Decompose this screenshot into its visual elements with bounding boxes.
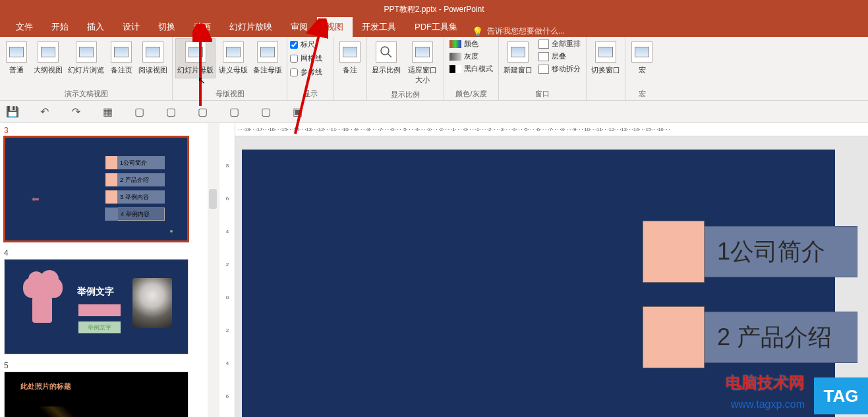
outline-view-button[interactable]: 大纲视图 — [32, 38, 65, 78]
tab-insert[interactable]: 插入 — [78, 17, 113, 37]
color-icon — [449, 40, 461, 48]
slide-square-2[interactable] — [643, 306, 705, 368]
move-split-icon — [538, 65, 549, 74]
slide-square-1[interactable] — [643, 221, 705, 283]
move-split-button[interactable]: 移动拆分 — [536, 63, 583, 74]
tab-review[interactable]: 审阅 — [281, 17, 317, 37]
thumb4-shape — [23, 278, 63, 323]
new-window-button[interactable]: 新建窗口 — [502, 38, 535, 78]
save-icon[interactable]: 💾 — [7, 106, 18, 118]
thumbnail-3[interactable]: ⬅ 1公司简介 2 产品介绍 3 举例内容 4 举例内容 — [4, 136, 188, 242]
qat-icon-10[interactable]: ▣ — [291, 106, 303, 118]
thumbnail-pane[interactable]: 3 ⬅ 1公司简介 2 产品介绍 3 举例内容 4 举例内容 4 举例文字 举例… — [0, 123, 208, 417]
group-switch-window: 切换窗口 — [587, 37, 625, 100]
thumb-number-4: 4 — [4, 248, 204, 258]
normal-view-button[interactable]: 普通 — [3, 38, 30, 78]
redo-icon[interactable]: ↷ — [70, 106, 82, 118]
qat-icon-5[interactable]: ▢ — [133, 106, 145, 118]
notes-master-button[interactable]: 备注母版 — [251, 38, 284, 78]
thumbnail-4[interactable]: 举例文字 举例文字 — [4, 259, 188, 354]
group-label-macros: 宏 — [628, 88, 656, 100]
outline-view-icon — [38, 42, 59, 63]
thumb4-title: 举例文字 — [77, 286, 114, 298]
guides-checkbox[interactable]: 参考线 — [290, 66, 322, 78]
notes-page-icon — [111, 42, 132, 63]
reading-view-button[interactable]: 阅读视图 — [136, 38, 169, 78]
ribbon: 普通 大纲视图 幻灯片浏览 备注页 阅读视图 演示文稿视图 幻灯片母版 讲义母版… — [0, 37, 868, 101]
thumb5-title: 此处照片的标题 — [20, 381, 71, 391]
slide-master-button[interactable]: 幻灯片母版 — [175, 38, 216, 78]
group-label-color: 颜色/灰度 — [447, 88, 496, 100]
group-show: 标尺 网格线 参考线 显示 — [287, 37, 333, 100]
tab-file[interactable]: 文件 — [7, 17, 42, 37]
slide-bar-2[interactable]: 2 产品介绍 — [690, 312, 857, 363]
thumbnail-5[interactable]: 此处照片的标题 — [4, 372, 188, 417]
slide-shape-row-1[interactable]: 1公司简介 — [643, 221, 857, 283]
watermark-text-2: www.tagxp.com — [731, 399, 805, 410]
fit-window-button[interactable]: 适应窗口大小 — [404, 38, 441, 88]
switch-window-icon — [595, 42, 616, 63]
slide-sorter-icon — [76, 42, 97, 63]
arrange-all-icon — [538, 40, 549, 49]
tab-view[interactable]: 视图 — [317, 17, 353, 37]
tell-me[interactable]: 💡 告诉我您想要做什么... — [467, 26, 570, 37]
zoom-icon — [376, 42, 397, 63]
cascade-button[interactable]: 层叠 — [536, 51, 583, 62]
group-zoom: 显示比例 适应窗口大小 显示比例 — [367, 37, 444, 100]
handout-master-icon — [223, 42, 244, 63]
qat-icon-9[interactable]: ▢ — [260, 106, 272, 118]
notes-icon — [339, 42, 361, 63]
group-window: 新建窗口 全部重排 层叠 移动拆分 窗口 — [499, 37, 587, 100]
color-button[interactable]: 颜色 — [447, 38, 496, 49]
qat-icon-7[interactable]: ▢ — [196, 106, 208, 118]
tab-animations[interactable]: 动画 — [185, 17, 220, 37]
ruler-checkbox[interactable]: 标尺 — [290, 38, 322, 51]
thumb3-arrow-icon: ⬅ — [32, 194, 40, 204]
normal-view-icon — [6, 42, 27, 63]
app-title: PPT教程2.pptx - PowerPoint — [384, 4, 484, 15]
vertical-ruler: 8 6 4 2 0 2 4 6 — [219, 123, 235, 417]
thumbnail-4-wrap[interactable]: 4 举例文字 举例文字 — [4, 248, 204, 354]
group-label-show: 显示 — [290, 88, 330, 100]
notes-master-icon — [257, 42, 278, 63]
splitter-grip-icon[interactable] — [209, 189, 217, 209]
watermark-text-1: 电脑技术网 — [726, 372, 805, 393]
tab-home[interactable]: 开始 — [42, 17, 78, 37]
thumb4-bar1 — [78, 304, 121, 316]
grayscale-button[interactable]: 灰度 — [447, 51, 496, 62]
blackwhite-button[interactable]: 黑白模式 — [447, 63, 496, 74]
gridlines-checkbox[interactable]: 网格线 — [290, 52, 322, 65]
qat-icon-8[interactable]: ▢ — [228, 106, 240, 118]
group-label-zoom: 显示比例 — [370, 88, 441, 101]
ribbon-tabs: 文件 开始 插入 设计 切换 动画 幻灯片放映 审阅 视图 开发工具 PDF工具… — [0, 18, 868, 37]
thumbnail-3-wrap[interactable]: 3 ⬅ 1公司简介 2 产品介绍 3 举例内容 4 举例内容 — [4, 126, 204, 242]
group-notes: 备注 — [333, 37, 367, 100]
tab-pdf[interactable]: PDF工具集 — [405, 17, 467, 37]
arrange-all-button[interactable]: 全部重排 — [536, 38, 583, 49]
undo-icon[interactable]: ↶ — [38, 106, 50, 118]
zoom-button[interactable]: 显示比例 — [370, 38, 403, 78]
slide-shape-row-2[interactable]: 2 产品介绍 — [643, 306, 857, 368]
group-label-master-views: 母版视图 — [175, 88, 284, 100]
qat-icon-4[interactable]: ▦ — [101, 106, 113, 118]
tab-developer[interactable]: 开发工具 — [353, 17, 405, 37]
quick-access-toolbar: 💾 ↶ ↷ ▦ ▢ ▢ ▢ ▢ ▢ ▣ — [0, 101, 868, 123]
tab-design[interactable]: 设计 — [113, 17, 149, 37]
cascade-icon — [538, 52, 549, 61]
slide-sorter-button[interactable]: 幻灯片浏览 — [66, 38, 106, 78]
notes-page-button[interactable]: 备注页 — [107, 38, 135, 78]
pane-splitter[interactable] — [208, 123, 219, 417]
macros-button[interactable]: 宏 — [628, 38, 656, 78]
tab-transitions[interactable]: 切换 — [149, 17, 185, 37]
tell-me-placeholder: 告诉我您想要做什么... — [487, 26, 565, 37]
thumbnail-5-wrap[interactable]: 5 此处照片的标题 — [4, 361, 204, 417]
thumb3-list: 1公司简介 2 产品介绍 3 举例内容 4 举例内容 — [105, 156, 165, 221]
thumb-number-5: 5 — [4, 361, 204, 370]
switch-window-button[interactable]: 切换窗口 — [589, 38, 622, 78]
qat-icon-6[interactable]: ▢ — [165, 106, 177, 118]
notes-button[interactable]: 备注 — [336, 38, 364, 78]
slide-bar-1[interactable]: 1公司简介 — [690, 226, 857, 277]
tab-slideshow[interactable]: 幻灯片放映 — [220, 17, 281, 37]
handout-master-button[interactable]: 讲义母版 — [217, 38, 250, 78]
title-bar: PPT教程2.pptx - PowerPoint — [0, 0, 868, 18]
